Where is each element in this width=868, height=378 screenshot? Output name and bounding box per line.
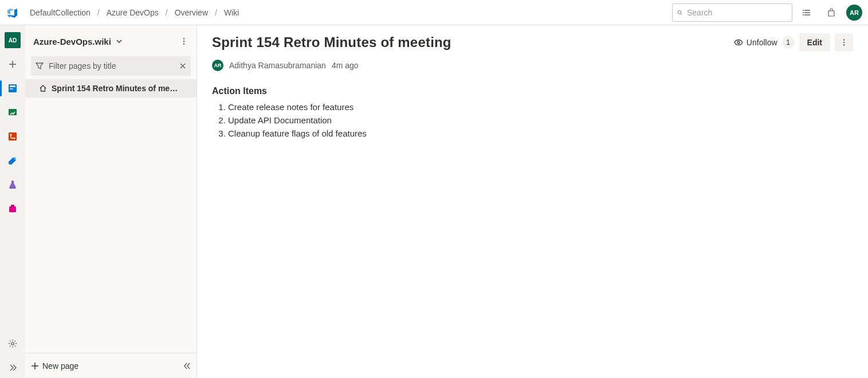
svg-rect-14 [11,205,14,207]
filter-pages [31,56,191,76]
svg-point-18 [183,43,184,44]
eye-icon [734,38,743,47]
rail-project[interactable]: AD [2,30,23,50]
breadcrumb-item[interactable]: Overview [175,8,208,17]
breadcrumb-item[interactable]: Wiki [224,8,239,17]
repos-icon [7,131,18,142]
list-item: Update API Documentation [228,115,853,125]
svg-point-19 [737,41,740,44]
svg-rect-7 [10,88,13,89]
azure-devops-icon [7,7,18,18]
svg-rect-6 [10,85,15,87]
new-page-label: New page [42,361,78,371]
plus-icon [31,362,39,370]
unfollow-label: Unfollow [747,38,777,47]
more-vertical-icon [180,37,188,45]
page-header-actions: Unfollow 1 Edit [734,33,853,52]
rail-settings[interactable] [2,333,23,354]
collapse-tree-button[interactable] [183,362,191,370]
home-icon [39,84,47,92]
page-title: Sprint 154 Retro Minutes of meeting [212,34,451,50]
svg-rect-8 [9,109,17,115]
more-vertical-icon [840,38,848,46]
rail-expand[interactable] [2,357,23,378]
page-timestamp: 4m ago [332,61,359,70]
page-content: Sprint 154 Retro Minutes of meeting Unfo… [197,25,868,378]
svg-rect-13 [9,206,16,212]
breadcrumb-item[interactable]: Azure DevOps [107,8,159,17]
svg-point-17 [183,41,184,42]
rail-test-plans[interactable] [2,174,23,195]
page-more-button[interactable] [835,33,853,52]
double-chevron-left-icon [183,362,191,370]
search-icon [677,9,682,17]
svg-point-2 [803,10,804,11]
svg-point-0 [678,10,681,14]
search-input[interactable] [687,8,787,17]
svg-point-22 [843,44,845,45]
project-badge: AD [5,32,21,48]
svg-point-11 [13,137,15,139]
double-chevron-right-icon [8,363,17,372]
shopping-bag-button[interactable] [822,3,840,22]
chevron-down-icon [116,38,123,45]
svg-point-15 [11,342,14,345]
artifacts-icon [7,204,18,214]
action-items-list: Create release notes for features Update… [212,102,853,138]
filter-icon [36,62,44,70]
list-item: Create release notes for features [228,102,853,112]
list-icon [803,8,812,17]
list-item: Cleanup feature flags of old features [228,128,853,138]
filter-input[interactable] [31,56,191,76]
boards-icon [7,107,18,118]
shell: AD Azure-DevOps. [0,25,868,378]
page-header: Sprint 154 Retro Minutes of meeting Unfo… [212,33,853,52]
clear-filter-button[interactable] [179,63,186,69]
flask-icon [7,180,18,190]
author-avatar: AR [212,60,223,71]
pipelines-icon [7,155,18,166]
rail-artifacts[interactable] [2,198,23,219]
breadcrumb-separator: / [166,8,168,17]
new-page-button[interactable]: New page [31,361,78,371]
svg-point-4 [803,14,804,15]
product-logo[interactable] [6,6,19,20]
rail-repos[interactable] [2,126,23,147]
plus-icon [8,60,17,69]
close-icon [179,63,186,69]
svg-point-3 [803,12,804,13]
svg-point-16 [183,38,184,39]
work-items-icon-button[interactable] [798,3,816,22]
search-box[interactable] [672,3,792,22]
edit-button[interactable]: Edit [799,33,830,52]
wiki-name: Azure-DevOps.wiki [33,37,111,46]
unfollow-button[interactable]: Unfollow [734,38,777,47]
rail-overview[interactable] [2,78,23,99]
user-avatar[interactable]: AR [846,5,862,21]
rail-boards[interactable] [2,102,23,123]
wiki-picker[interactable]: Azure-DevOps.wiki [25,25,197,54]
svg-point-12 [14,157,16,159]
breadcrumb: DefaultCollection / Azure DevOps / Overv… [30,8,239,17]
breadcrumb-item[interactable]: DefaultCollection [30,8,91,17]
nav-rail: AD [0,25,25,378]
svg-point-20 [843,39,845,40]
page-meta: AR Adithya Ramasubramanian 4m ago [212,60,853,71]
rail-new-item[interactable] [2,54,23,75]
section-heading: Action Items [212,86,853,96]
svg-point-10 [10,134,11,135]
tree-row-label: Sprint 154 Retro Minutes of me… [52,84,178,93]
tree-row[interactable]: Sprint 154 Retro Minutes of me… [25,79,197,98]
rail-pipelines[interactable] [2,150,23,171]
bag-icon [827,8,836,17]
svg-rect-9 [9,133,17,141]
follower-count: 1 [782,36,795,49]
topbar: DefaultCollection / Azure DevOps / Overv… [0,0,868,25]
breadcrumb-separator: / [215,8,217,17]
svg-point-21 [843,42,845,43]
author-name: Adithya Ramasubramanian [229,61,326,70]
wiki-more-button[interactable] [176,33,192,49]
page-tree: Sprint 154 Retro Minutes of me… [25,79,197,353]
tree-footer: New page [25,353,197,378]
overview-icon [7,83,18,93]
